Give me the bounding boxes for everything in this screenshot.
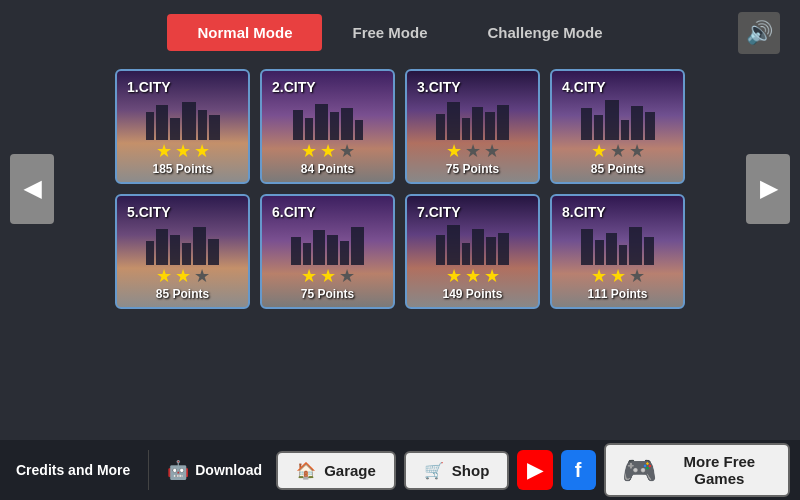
star-3-city-4: ★ [629,140,645,162]
points-label-6: 75 Points [301,287,354,301]
city-scene-5 [123,220,242,265]
stars-row-5: ★★★ [156,265,210,287]
points-label-3: 75 Points [446,162,499,176]
stars-row-7: ★★★ [446,265,500,287]
credits-button[interactable]: Credits and More [10,462,136,478]
star-1-city-1: ★ [156,140,172,162]
facebook-icon: f [575,459,582,482]
star-1-city-6: ★ [301,265,317,287]
stars-row-4: ★★★ [591,140,645,162]
stars-row-1: ★★★ [156,140,210,162]
star-1-city-8: ★ [591,265,607,287]
city-scene-3 [413,95,532,140]
points-label-7: 149 Points [442,287,502,301]
youtube-icon: ▶ [527,458,542,482]
star-3-city-2: ★ [339,140,355,162]
star-2-city-5: ★ [175,265,191,287]
grid-area: ◀ 1.CITY★★★185 Points2.CITY★★★84 Points3… [0,69,800,309]
garage-label: Garage [324,462,376,479]
city-title-8: 8.CITY [562,204,606,220]
shop-label: Shop [452,462,490,479]
city-title-5: 5.CITY [127,204,171,220]
city-grid: 1.CITY★★★185 Points2.CITY★★★84 Points3.C… [115,69,685,309]
garage-button[interactable]: 🏠 Garage [276,451,396,490]
star-1-city-2: ★ [301,140,317,162]
city-scene-7 [413,220,532,265]
star-2-city-4: ★ [610,140,626,162]
city-title-3: 3.CITY [417,79,461,95]
city-card-3[interactable]: 3.CITY★★★75 Points [405,69,540,184]
garage-icon: 🏠 [296,461,316,480]
star-1-city-7: ★ [446,265,462,287]
city-card-1[interactable]: 1.CITY★★★185 Points [115,69,250,184]
sound-button[interactable]: 🔊 [738,12,780,54]
stars-row-2: ★★★ [301,140,355,162]
nav-left-button[interactable]: ◀ [10,154,54,224]
shop-icon: 🛒 [424,461,444,480]
points-label-5: 85 Points [156,287,209,301]
city-title-4: 4.CITY [562,79,606,95]
download-button[interactable]: 🤖 Download [161,459,268,481]
divider-1 [148,450,149,490]
city-scene-8 [558,220,677,265]
city-card-2[interactable]: 2.CITY★★★84 Points [260,69,395,184]
nav-right-button[interactable]: ▶ [746,154,790,224]
star-3-city-6: ★ [339,265,355,287]
bottom-bar: Credits and More 🤖 Download 🏠 Garage 🛒 S… [0,440,800,500]
star-2-city-8: ★ [610,265,626,287]
city-title-2: 2.CITY [272,79,316,95]
points-label-1: 185 Points [152,162,212,176]
star-2-city-3: ★ [465,140,481,162]
star-3-city-3: ★ [484,140,500,162]
star-3-city-7: ★ [484,265,500,287]
youtube-button[interactable]: ▶ [517,450,552,490]
challenge-mode-button[interactable]: Challenge Mode [458,14,633,51]
facebook-button[interactable]: f [561,450,596,490]
star-2-city-1: ★ [175,140,191,162]
star-3-city-8: ★ [629,265,645,287]
points-label-4: 85 Points [591,162,644,176]
star-2-city-7: ★ [465,265,481,287]
city-title-1: 1.CITY [127,79,171,95]
star-1-city-4: ★ [591,140,607,162]
chevron-left-icon: ◀ [24,176,41,202]
city-scene-1 [123,95,242,140]
city-card-5[interactable]: 5.CITY★★★85 Points [115,194,250,309]
more-games-label: More Free Games [667,453,772,487]
city-card-8[interactable]: 8.CITY★★★111 Points [550,194,685,309]
shop-button[interactable]: 🛒 Shop [404,451,510,490]
star-1-city-3: ★ [446,140,462,162]
android-icon: 🤖 [167,459,189,481]
city-scene-2 [268,95,387,140]
stars-row-8: ★★★ [591,265,645,287]
star-3-city-5: ★ [194,265,210,287]
chevron-right-icon: ▶ [760,176,777,202]
normal-mode-button[interactable]: Normal Mode [167,14,322,51]
star-1-city-5: ★ [156,265,172,287]
city-title-6: 6.CITY [272,204,316,220]
city-title-7: 7.CITY [417,204,461,220]
top-bar: Normal Mode Free Mode Challenge Mode 🔊 [0,0,800,65]
star-2-city-6: ★ [320,265,336,287]
city-scene-6 [268,220,387,265]
more-games-button[interactable]: 🎮 More Free Games [604,443,790,497]
stars-row-6: ★★★ [301,265,355,287]
gamepad-icon: 🎮 [622,454,657,487]
star-3-city-1: ★ [194,140,210,162]
stars-row-3: ★★★ [446,140,500,162]
free-mode-button[interactable]: Free Mode [322,14,457,51]
city-card-4[interactable]: 4.CITY★★★85 Points [550,69,685,184]
points-label-8: 111 Points [587,287,647,301]
points-label-2: 84 Points [301,162,354,176]
download-label: Download [195,462,262,478]
city-scene-4 [558,95,677,140]
star-2-city-2: ★ [320,140,336,162]
city-card-6[interactable]: 6.CITY★★★75 Points [260,194,395,309]
city-card-7[interactable]: 7.CITY★★★149 Points [405,194,540,309]
sound-icon: 🔊 [746,20,773,46]
